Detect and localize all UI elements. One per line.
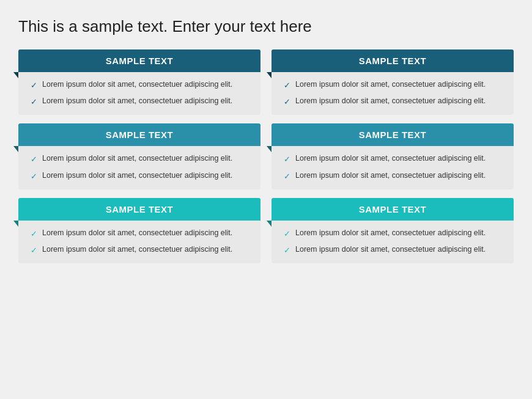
card-6-header: SAMPLE TEXT [272, 198, 514, 221]
card-3-item-2-text: Lorem ipsum dolor sit amet, consectetuer… [42, 170, 232, 181]
card-2-item-2-text: Lorem ipsum dolor sit amet, consectetuer… [295, 96, 486, 107]
card-4-item-1: ✓Lorem ipsum dolor sit amet, consectetue… [284, 153, 505, 165]
card-2-item-1-text: Lorem ipsum dolor sit amet, consectetuer… [295, 79, 486, 90]
card-1-header: SAMPLE TEXT [18, 49, 260, 72]
check-icon: ✓ [284, 97, 290, 108]
check-icon: ✓ [31, 80, 37, 91]
card-3-body: ✓Lorem ipsum dolor sit amet, consectetue… [18, 146, 260, 189]
card-2-header: SAMPLE TEXT [272, 49, 514, 72]
card-1-item-1-text: Lorem ipsum dolor sit amet, consectetuer… [42, 79, 232, 90]
card-3-item-1: ✓Lorem ipsum dolor sit amet, consectetue… [31, 153, 252, 165]
card-4: SAMPLE TEXT✓Lorem ipsum dolor sit amet, … [272, 123, 514, 189]
check-icon: ✓ [284, 80, 290, 91]
card-2-item-2: ✓Lorem ipsum dolor sit amet, consectetue… [284, 96, 505, 108]
card-5-item-2-text: Lorem ipsum dolor sit amet, consectetuer… [42, 244, 232, 255]
card-6-body: ✓Lorem ipsum dolor sit amet, consectetue… [272, 221, 514, 263]
card-6-item-1: ✓Lorem ipsum dolor sit amet, consectetue… [284, 228, 505, 240]
card-4-header: SAMPLE TEXT [272, 123, 514, 146]
card-6: SAMPLE TEXT✓Lorem ipsum dolor sit amet, … [272, 198, 514, 263]
card-4-item-2-text: Lorem ipsum dolor sit amet, consectetuer… [295, 170, 486, 181]
card-5-body: ✓Lorem ipsum dolor sit amet, consectetue… [18, 221, 260, 263]
card-4-item-2: ✓Lorem ipsum dolor sit amet, consectetue… [284, 170, 505, 182]
card-2: SAMPLE TEXT✓Lorem ipsum dolor sit amet, … [272, 49, 514, 115]
card-1-item-2-text: Lorem ipsum dolor sit amet, consectetuer… [42, 96, 232, 107]
card-1-item-2: ✓Lorem ipsum dolor sit amet, consectetue… [31, 96, 252, 108]
card-3-item-2: ✓Lorem ipsum dolor sit amet, consectetue… [31, 170, 252, 182]
page-title: This is a sample text. Enter your text h… [18, 17, 514, 36]
card-4-body: ✓Lorem ipsum dolor sit amet, consectetue… [272, 146, 514, 189]
card-6-item-2: ✓Lorem ipsum dolor sit amet, consectetue… [284, 244, 505, 256]
card-6-item-2-text: Lorem ipsum dolor sit amet, consectetuer… [295, 244, 486, 255]
check-icon: ✓ [284, 229, 290, 240]
check-icon: ✓ [284, 154, 290, 165]
card-1: SAMPLE TEXT✓Lorem ipsum dolor sit amet, … [18, 49, 260, 115]
card-5-item-1: ✓Lorem ipsum dolor sit amet, consectetue… [31, 228, 252, 240]
card-5-item-1-text: Lorem ipsum dolor sit amet, consectetuer… [42, 228, 232, 239]
check-icon: ✓ [31, 97, 37, 108]
card-grid: SAMPLE TEXT✓Lorem ipsum dolor sit amet, … [18, 49, 514, 263]
card-5-header: SAMPLE TEXT [18, 198, 260, 221]
card-5: SAMPLE TEXT✓Lorem ipsum dolor sit amet, … [18, 198, 260, 263]
card-3-item-1-text: Lorem ipsum dolor sit amet, consectetuer… [42, 153, 232, 164]
check-icon: ✓ [31, 245, 37, 256]
check-icon: ✓ [31, 229, 37, 240]
check-icon: ✓ [31, 171, 37, 182]
card-6-item-1-text: Lorem ipsum dolor sit amet, consectetuer… [295, 228, 486, 239]
page: This is a sample text. Enter your text h… [0, 0, 532, 399]
card-2-item-1: ✓Lorem ipsum dolor sit amet, consectetue… [284, 79, 505, 91]
check-icon: ✓ [284, 245, 290, 256]
card-5-item-2: ✓Lorem ipsum dolor sit amet, consectetue… [31, 244, 252, 256]
card-4-item-1-text: Lorem ipsum dolor sit amet, consectetuer… [295, 153, 486, 164]
check-icon: ✓ [284, 171, 290, 182]
card-1-body: ✓Lorem ipsum dolor sit amet, consectetue… [18, 72, 260, 115]
card-3-header: SAMPLE TEXT [18, 123, 260, 146]
card-2-body: ✓Lorem ipsum dolor sit amet, consectetue… [272, 72, 514, 115]
card-1-item-1: ✓Lorem ipsum dolor sit amet, consectetue… [31, 79, 252, 91]
card-3: SAMPLE TEXT✓Lorem ipsum dolor sit amet, … [18, 123, 260, 189]
check-icon: ✓ [31, 154, 37, 165]
